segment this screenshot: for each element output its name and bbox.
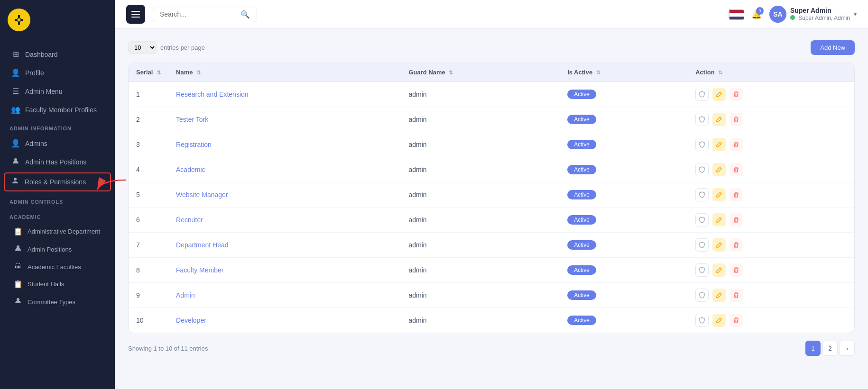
status-badge: Active	[567, 140, 596, 149]
cell-is-active: Active	[560, 258, 688, 283]
entries-label: entries per page	[160, 44, 205, 51]
search-input[interactable]	[160, 10, 237, 18]
menu-toggle-button[interactable]	[126, 5, 145, 24]
delete-button[interactable]	[729, 163, 743, 176]
cell-guard-name: admin	[401, 308, 560, 333]
table-row: 7 Department Head admin Active	[129, 233, 854, 258]
cell-serial: 6	[129, 208, 168, 233]
cell-guard-name: admin	[401, 283, 560, 308]
sidebar-item-academic-faculties[interactable]: 🏛 Academic Faculties	[0, 258, 115, 275]
status-badge: Active	[567, 90, 596, 99]
delete-button[interactable]	[729, 138, 743, 151]
status-badge: Active	[567, 240, 596, 250]
edit-button[interactable]	[712, 263, 726, 277]
edit-button[interactable]	[712, 138, 726, 151]
edit-button[interactable]	[712, 113, 726, 126]
sidebar-item-roles-permissions[interactable]: Roles & Permissions	[4, 172, 111, 191]
topbar-right: 🔔 0 SA Super Admin Super Admin, Admin ▾	[729, 6, 857, 23]
section-label-academic: Academic	[0, 208, 115, 223]
shield-permissions-button[interactable]	[695, 113, 709, 126]
sidebar-item-committee-types[interactable]: Committee Types	[0, 293, 115, 311]
entries-per-page-select[interactable]: 10 25 50 100	[128, 41, 157, 54]
positions-icon	[11, 157, 20, 167]
sidebar-item-admins[interactable]: 👤 Admins	[0, 134, 115, 153]
col-is-active[interactable]: Is Active ⇅	[560, 63, 688, 82]
delete-button[interactable]	[729, 113, 743, 126]
sidebar-item-label: Admin Menu	[25, 88, 63, 95]
sidebar-item-admin-menu[interactable]: ☰ Admin Menu	[0, 82, 115, 100]
delete-button[interactable]	[729, 88, 743, 101]
shield-permissions-button[interactable]	[695, 314, 709, 327]
admin-pos-icon	[13, 244, 23, 254]
table-row: 4 Academic admin Active	[129, 157, 854, 182]
cell-name: Registration	[168, 132, 401, 157]
sidebar-item-label: Committee Types	[28, 299, 75, 306]
delete-button[interactable]	[729, 213, 743, 226]
edit-button[interactable]	[712, 88, 726, 101]
add-new-button[interactable]: Add New	[811, 40, 855, 55]
cell-action	[688, 233, 854, 258]
sidebar-item-faculty-profiles[interactable]: 👥 Faculty Member Profiles	[0, 100, 115, 119]
shield-permissions-button[interactable]	[695, 88, 709, 101]
cell-action	[688, 157, 854, 182]
shield-permissions-button[interactable]	[695, 238, 709, 252]
edit-button[interactable]	[712, 188, 726, 201]
menu-icon: ☰	[11, 87, 20, 96]
cell-serial: 4	[129, 157, 168, 182]
col-action[interactable]: Action ⇅	[688, 63, 854, 82]
edit-button[interactable]	[712, 163, 726, 176]
sidebar-item-admin-has-positions[interactable]: Admin Has Positions	[0, 153, 115, 172]
edit-button[interactable]	[712, 314, 726, 327]
dropdown-chevron-icon: ▾	[854, 11, 857, 18]
col-guard-name[interactable]: Guard Name ⇅	[401, 63, 560, 82]
sidebar-item-admin-positions[interactable]: Admin Positions	[0, 240, 115, 258]
sidebar-item-dashboard[interactable]: ⊞ Dashboard	[0, 45, 115, 63]
user-info[interactable]: SA Super Admin Super Admin, Admin ▾	[769, 6, 857, 23]
shield-permissions-button[interactable]	[695, 163, 709, 176]
notification-wrapper: 🔔 0	[751, 9, 762, 19]
sidebar-item-profile[interactable]: 👤 Profile	[0, 63, 115, 82]
table-row: 10 Developer admin Active	[129, 308, 854, 333]
admins-icon: 👤	[11, 139, 20, 148]
shield-permissions-button[interactable]	[695, 263, 709, 277]
table-body: 1 Research and Extension admin Active	[129, 82, 854, 333]
delete-button[interactable]	[729, 314, 743, 327]
col-serial[interactable]: Serial ⇅	[129, 63, 168, 82]
page-2-button[interactable]: 2	[822, 341, 838, 356]
table-row: 5 Website Manager admin Active	[129, 182, 854, 208]
cell-serial: 2	[129, 107, 168, 132]
sidebar-item-administrative-department[interactable]: 📋 Administrative Department	[0, 223, 115, 240]
search-box: 🔍	[153, 7, 257, 22]
cell-is-active: Active	[560, 208, 688, 233]
delete-button[interactable]	[729, 289, 743, 302]
sidebar-item-student-halls[interactable]: 📋 Student Halls	[0, 275, 115, 293]
halls-icon: 📋	[13, 280, 23, 289]
shield-permissions-button[interactable]	[695, 188, 709, 201]
section-label-admin-info: Admin Information	[0, 119, 115, 134]
sidebar-item-label: Admin Positions	[28, 246, 72, 253]
cell-serial: 5	[129, 182, 168, 208]
svg-rect-7	[131, 11, 140, 12]
page-next-button[interactable]: ›	[840, 341, 855, 356]
svg-rect-8	[131, 14, 140, 15]
edit-button[interactable]	[712, 238, 726, 252]
edit-button[interactable]	[712, 213, 726, 226]
page-1-button[interactable]: 1	[805, 341, 821, 356]
cell-serial: 9	[129, 283, 168, 308]
delete-button[interactable]	[729, 238, 743, 252]
roles-icon	[10, 177, 20, 187]
col-name[interactable]: Name ⇅	[168, 63, 401, 82]
bottom-controls: Showing 1 to 10 of 11 entries 1 2 ›	[128, 341, 855, 356]
table-header-row: Serial ⇅ Name ⇅ Guard Name ⇅ Is Active ⇅	[129, 63, 854, 82]
edit-button[interactable]	[712, 289, 726, 302]
delete-button[interactable]	[729, 188, 743, 201]
shield-permissions-button[interactable]	[695, 289, 709, 302]
top-controls: 10 25 50 100 entries per page Add New	[128, 40, 855, 55]
sidebar-item-label: Roles & Permissions	[25, 178, 86, 186]
language-flag[interactable]	[729, 9, 744, 19]
logo-icon	[8, 9, 30, 31]
cell-serial: 3	[129, 132, 168, 157]
delete-button[interactable]	[729, 263, 743, 277]
shield-permissions-button[interactable]	[695, 138, 709, 151]
shield-permissions-button[interactable]	[695, 213, 709, 226]
